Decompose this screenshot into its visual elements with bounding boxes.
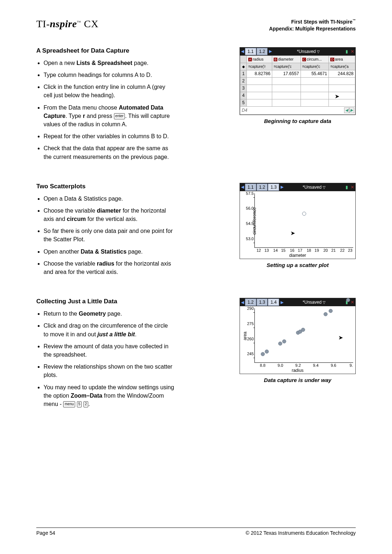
cursor-icon: ➤: [290, 230, 295, 237]
section1-heading: A Spreadsheet for Data Capture: [36, 47, 174, 54]
tab[interactable]: 1.2: [257, 184, 268, 191]
x-axis-label[interactable]: diameter: [289, 253, 306, 258]
section3-list: Return to the Geometry page. Click and d…: [36, 309, 174, 408]
close-icon[interactable]: ✕: [350, 49, 355, 54]
data-point[interactable]: [282, 339, 286, 343]
page-number: Page 54: [36, 530, 55, 536]
doc-title: *Unsaved: [303, 300, 322, 305]
nav-right-icon[interactable]: ▶: [279, 300, 285, 305]
window-titlebar: ◀ 1.1 1.2 ▶ *Unsaved ▽ ▮ ✕: [240, 48, 355, 56]
list-item: Review the amount of data you have colle…: [44, 342, 174, 359]
doc-title: *Unsaved: [303, 185, 322, 190]
logo-ti: TI-: [36, 18, 50, 29]
list-item: So far there is only one data pair and o…: [44, 227, 174, 243]
data-point[interactable]: [278, 341, 282, 345]
figure-caption: Beginning to capture data: [240, 118, 356, 124]
scatterplot-1: ◀ 1.1 1.2 1.3 ▶ *Unsaved ▽ ▮ ✕ circumfer…: [240, 183, 356, 259]
list-item: Choose the variable radius for the horiz…: [44, 259, 174, 276]
tab[interactable]: 1.2: [245, 299, 256, 306]
list-item: Review the relationships shown on the tw…: [44, 362, 174, 379]
plot-area[interactable]: 53.0 54.5 56.0 57.5 12 13 14 15 16 17 18…: [254, 193, 353, 248]
section-scatterplots: Two Scatterplots Open a Data & Statistic…: [36, 183, 356, 280]
list-item: Repeat for the other variables in column…: [44, 132, 174, 140]
nav-left-icon[interactable]: ◀: [240, 300, 245, 305]
data-point[interactable]: [346, 298, 350, 302]
dropdown-icon[interactable]: ▽: [317, 50, 320, 54]
doc-title: *Unsaved: [297, 49, 316, 54]
battery-icon: ▮: [344, 185, 350, 190]
menu-key: menu: [63, 401, 75, 407]
data-point[interactable]: [302, 212, 306, 216]
data-point[interactable]: [261, 352, 265, 356]
spreadsheet-screenshot: ◀ 1.1 1.2 ▶ *Unsaved ▽ ▮ ✕ Aradius Bdiam…: [240, 47, 356, 115]
page-footer: Page 54 © 2012 Texas Instruments Educati…: [36, 528, 356, 536]
page-header: TI-nspire™ CX First Steps with TI-Nspire…: [36, 18, 356, 33]
list-item: Click in the function entry line in colu…: [44, 83, 174, 99]
scatterplot-2: ◀ 1.2 1.3 1.4 ▶ *Unsaved ▽ ▮ ✕ area radi…: [240, 298, 356, 374]
spreadsheet-table[interactable]: Aradius Bdiameter Ccircum... Darea ◆=cap…: [240, 56, 355, 115]
list-item: Click and drag on the circumference of t…: [44, 321, 174, 338]
section2-list: Open a Data & Statistics page. Choose th…: [36, 194, 174, 276]
close-icon[interactable]: ✕: [350, 185, 355, 190]
copyright: © 2012 Texas Instruments Education Techn…: [246, 530, 356, 536]
section2-heading: Two Scatterplots: [36, 183, 174, 190]
list-item: Return to the Geometry page.: [44, 309, 174, 318]
header-subtitle: Appendix: Multiple Representations: [269, 25, 356, 33]
tab[interactable]: 1.2: [257, 48, 268, 55]
nav-right-icon[interactable]: ▶: [279, 185, 285, 189]
header-tm: ™: [352, 19, 356, 22]
figure-caption: Data capture is under way: [240, 377, 356, 383]
tab[interactable]: 1.1: [245, 48, 256, 55]
nav-left-icon[interactable]: ◀: [240, 49, 245, 54]
tab[interactable]: 1.1: [245, 184, 256, 191]
x-axis-label[interactable]: radius: [292, 368, 304, 373]
list-item: Open another Data & Statistics page.: [44, 247, 174, 256]
list-item: Open a new Lists & Spreadsheet page.: [44, 59, 174, 67]
section-spreadsheet: A Spreadsheet for Data Capture Open a ne…: [36, 47, 356, 165]
two-key: 2: [83, 401, 89, 407]
tab[interactable]: 1.3: [268, 184, 279, 191]
battery-icon: ▮: [344, 49, 350, 54]
page-left-icon[interactable]: ◀: [344, 107, 349, 113]
data-point[interactable]: [328, 309, 332, 313]
enter-key: enter: [114, 113, 125, 119]
list-item: You may need to update the window settin…: [44, 383, 174, 409]
five-key: 5: [77, 401, 82, 407]
list-item: Check that the data that appear are the …: [44, 144, 174, 161]
section3-heading: Collecting Just a Little Data: [36, 298, 174, 305]
section1-list: Open a new Lists & Spreadsheet page. Typ…: [36, 59, 174, 161]
logo-nspire: nspire: [50, 18, 77, 29]
brand-logo: TI-nspire™ CX: [36, 18, 99, 30]
list-item: Type column headings for columns A to D.: [44, 71, 174, 79]
logo-tm: ™: [77, 20, 81, 24]
header-right: First Steps with TI-Nspire™ Appendix: Mu…: [269, 18, 356, 33]
data-point[interactable]: [265, 349, 269, 353]
dropdown-icon[interactable]: ▽: [323, 300, 326, 304]
data-point[interactable]: [324, 312, 328, 316]
list-item: Choose the variable diameter for the hor…: [44, 206, 174, 223]
tab[interactable]: 1.3: [257, 299, 268, 306]
cursor-icon: ➤: [335, 93, 339, 100]
figure-caption: Setting up a scatter plot: [240, 262, 356, 268]
list-item: From the Data menu choose Automated Data…: [44, 103, 174, 129]
tab[interactable]: 1.4: [268, 299, 279, 306]
dropdown-icon[interactable]: ▽: [323, 185, 326, 189]
cell-reference: D4: [242, 108, 247, 113]
list-item: Open a Data & Statistics page.: [44, 194, 174, 203]
page-right-icon[interactable]: ▶: [349, 107, 354, 113]
nav-left-icon[interactable]: ◀: [240, 185, 245, 189]
plot-area[interactable]: 245 260 275 290 8.8 9.0 9.2 9.4 9.6 9.: [254, 308, 353, 363]
cursor-icon: ➤: [338, 334, 343, 341]
header-title: First Steps with TI-Nspire: [291, 19, 352, 25]
nav-right-icon[interactable]: ▶: [268, 49, 273, 54]
close-icon[interactable]: ✕: [350, 300, 355, 305]
logo-cx: CX: [81, 18, 99, 29]
data-point[interactable]: [301, 328, 305, 332]
section-collecting: Collecting Just a Little Data Return to …: [36, 298, 356, 412]
